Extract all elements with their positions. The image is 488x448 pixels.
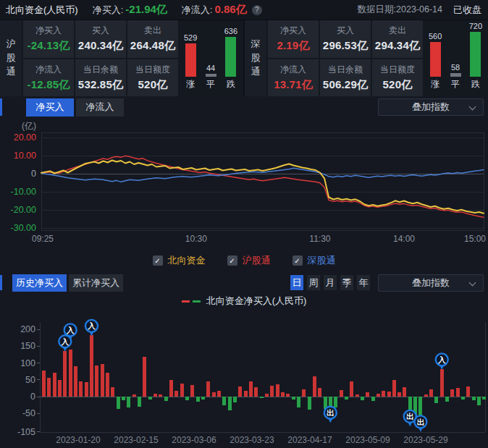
daily-bar[interactable] — [69, 350, 72, 397]
daily-bar[interactable] — [111, 387, 114, 397]
daily-bar[interactable] — [424, 394, 428, 397]
daily-bar[interactable] — [101, 364, 104, 397]
daily-bar[interactable] — [387, 392, 391, 397]
daily-bar[interactable] — [382, 391, 385, 397]
daily-bar[interactable] — [153, 394, 157, 397]
daily-bar[interactable] — [440, 369, 444, 397]
daily-bar[interactable] — [445, 397, 449, 402]
overlay-index-dropdown[interactable]: 叠加指数 — [378, 98, 484, 116]
daily-bar[interactable] — [90, 335, 93, 397]
daily-bar[interactable] — [143, 357, 146, 397]
daily-bar[interactable] — [212, 392, 216, 397]
daily-bar[interactable] — [472, 397, 476, 400]
daily-bar[interactable] — [434, 397, 438, 403]
daily-bar[interactable] — [79, 381, 83, 397]
period-button-月[interactable]: 月 — [324, 275, 337, 290]
daily-bar[interactable] — [265, 394, 269, 397]
daily-bar[interactable] — [249, 381, 253, 397]
daily-bar[interactable] — [313, 376, 316, 397]
daily-bar[interactable] — [350, 381, 353, 397]
daily-bar[interactable] — [42, 371, 46, 397]
daily-bar[interactable] — [376, 394, 380, 397]
period-button-日[interactable]: 日 — [290, 275, 303, 290]
daily-bar[interactable] — [292, 397, 295, 400]
tab-净流入[interactable]: 净流入 — [76, 98, 124, 117]
daily-bar[interactable] — [450, 389, 454, 397]
marker-outflow[interactable]: 出 — [414, 415, 426, 432]
daily-bar[interactable] — [260, 397, 264, 398]
tab-累计净买入[interactable]: 累计净买入 — [69, 274, 123, 292]
daily-bar[interactable] — [345, 397, 348, 400]
daily-bar[interactable] — [392, 380, 396, 397]
daily-bar[interactable] — [148, 397, 152, 400]
daily-bar[interactable] — [397, 392, 401, 397]
daily-bar[interactable] — [308, 397, 311, 410]
checkbox-checked-icon[interactable]: ✓ — [153, 255, 163, 266]
daily-bar[interactable] — [302, 389, 306, 397]
daily-bar[interactable] — [174, 391, 178, 397]
daily-bar[interactable] — [318, 388, 321, 397]
daily-bar[interactable] — [254, 387, 258, 397]
daily-bar[interactable] — [180, 384, 184, 397]
daily-bar[interactable] — [270, 386, 274, 397]
overlay-index-dropdown[interactable]: 叠加指数 — [378, 274, 484, 292]
daily-bar[interactable] — [244, 391, 248, 397]
daily-bar[interactable] — [286, 394, 290, 397]
daily-bar[interactable] — [169, 380, 173, 397]
daily-bar[interactable] — [185, 397, 189, 400]
daily-bar[interactable] — [85, 382, 88, 397]
checkbox-checked-icon[interactable]: ✓ — [227, 255, 237, 266]
daily-bar[interactable] — [482, 397, 486, 400]
help-icon[interactable]: ? — [252, 5, 262, 15]
net-buy-value: -21.94亿 — [125, 3, 167, 17]
daily-bar[interactable] — [466, 386, 470, 397]
daily-bar[interactable] — [217, 391, 221, 397]
daily-bar[interactable] — [138, 397, 141, 407]
marker-inflow[interactable]: 入 — [85, 320, 98, 337]
daily-bar[interactable] — [334, 397, 337, 407]
period-button-年[interactable]: 年 — [357, 275, 370, 290]
daily-bar[interactable] — [190, 385, 194, 397]
daily-bar[interactable] — [196, 397, 200, 402]
daily-bar[interactable] — [281, 392, 285, 397]
daily-bar[interactable] — [361, 397, 364, 400]
daily-bar[interactable] — [238, 386, 242, 397]
daily-bar[interactable] — [95, 365, 98, 397]
daily-bar[interactable] — [403, 387, 406, 397]
daily-bar[interactable] — [276, 384, 279, 397]
daily-bar[interactable] — [461, 397, 465, 400]
marker-outflow[interactable]: 出 — [324, 407, 337, 423]
checkbox-checked-icon[interactable]: ✓ — [293, 255, 303, 266]
daily-bar[interactable] — [297, 397, 300, 407]
daily-bar[interactable] — [233, 397, 237, 402]
daily-bar[interactable] — [324, 397, 327, 409]
daily-bar[interactable] — [117, 397, 120, 409]
daily-bar[interactable] — [132, 394, 136, 397]
daily-bar[interactable] — [127, 397, 130, 407]
daily-bar[interactable] — [47, 378, 51, 397]
marker-inflow[interactable]: 入 — [436, 353, 448, 370]
daily-bar[interactable] — [58, 380, 62, 397]
daily-bar[interactable] — [222, 397, 226, 405]
daily-bar[interactable] — [201, 397, 205, 400]
daily-bar[interactable] — [340, 390, 343, 397]
daily-bar[interactable] — [159, 394, 162, 397]
daily-bar[interactable] — [164, 397, 168, 401]
daily-bar[interactable] — [106, 373, 109, 397]
daily-bar[interactable] — [456, 388, 460, 397]
tab-净买入[interactable]: 净买入 — [26, 98, 74, 117]
daily-bar[interactable] — [371, 397, 375, 401]
tab-历史净买入[interactable]: 历史净买入 — [12, 274, 67, 292]
daily-bar[interactable] — [206, 381, 210, 397]
daily-bar[interactable] — [477, 397, 481, 405]
daily-bar[interactable] — [63, 351, 67, 397]
daily-bar[interactable] — [122, 397, 125, 400]
daily-bar[interactable] — [429, 389, 433, 397]
daily-bar[interactable] — [366, 392, 369, 397]
daily-bar[interactable] — [228, 397, 232, 410]
daily-bar[interactable] — [53, 373, 56, 397]
period-button-周[interactable]: 周 — [307, 275, 320, 290]
period-button-季[interactable]: 季 — [340, 275, 353, 290]
daily-bar[interactable] — [356, 394, 359, 397]
daily-bar[interactable] — [74, 366, 77, 397]
